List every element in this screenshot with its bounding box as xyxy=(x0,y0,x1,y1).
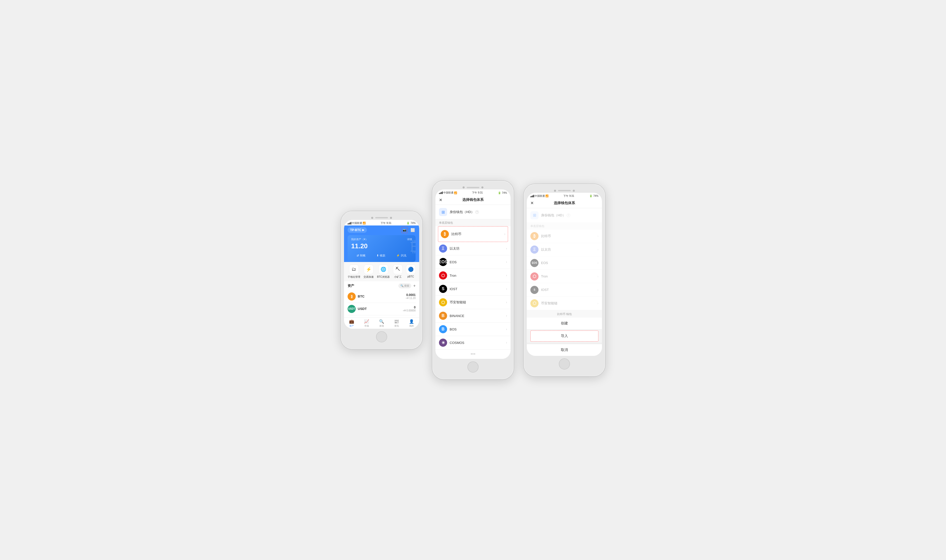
battery-label-2: 74% xyxy=(502,191,507,194)
home-button[interactable] xyxy=(376,331,387,342)
create-button[interactable]: 创建 xyxy=(527,317,602,329)
bsc-item-2[interactable]: ⬡ 币安智能链 › xyxy=(435,296,511,309)
hd-wallet-label: 身份钱包（HD） ? xyxy=(450,210,479,214)
eos-item-3: EOS EOS › xyxy=(527,256,602,270)
binance-chevron: › xyxy=(506,314,507,317)
receive-button[interactable]: ⬇ 收款 xyxy=(377,254,386,257)
single-layer-label-3: 单底层钱包 xyxy=(527,223,602,229)
quick-actions-grid: 🗂 子地址管理 ⚡ 交易加速 🌐 BTC浏览器 ⛏ 小矿工 🔵 pBT xyxy=(344,262,419,281)
search-icon: 🔍 xyxy=(400,284,403,287)
bsc-chevron: › xyxy=(506,300,507,304)
modal-header-2: ✕ 选择钱包体系 xyxy=(435,195,511,205)
tron-name: Tron xyxy=(450,274,456,277)
speaker-2 xyxy=(467,187,479,188)
btc-coin-icon: ₿ xyxy=(347,292,356,300)
search-bar[interactable]: 🔍 搜索 xyxy=(398,283,411,288)
carrier-label-3: 中国联通 xyxy=(535,194,545,198)
bos-chevron: › xyxy=(506,328,507,331)
tab-assets-label: 资产 xyxy=(349,325,354,328)
quick-action-4[interactable]: 🔵 pBTC xyxy=(406,265,416,279)
tab-market[interactable]: 📈 市场 xyxy=(364,319,369,328)
action-sheet-label: 比特币 钱包 xyxy=(527,310,602,317)
bitcoin-item-3: ₿ 比特币 › xyxy=(527,229,602,243)
btc-amount: 0.0001 xyxy=(406,293,416,297)
bsc-item-3: ⬡ 币安智能链 › xyxy=(527,297,602,310)
battery-label: 74% xyxy=(410,222,416,225)
quick-label-0: 子地址管理 xyxy=(347,275,360,279)
cosmos-name: COSMOS xyxy=(450,341,465,345)
status-bar-3: 中国联通 📶 下午 9:31 🔋 74% xyxy=(527,193,602,198)
modal-close-2[interactable]: ✕ xyxy=(439,198,442,202)
bos-item-2[interactable]: B BOS › xyxy=(435,323,511,336)
eos-chevron: › xyxy=(506,260,507,264)
ethereum-item-3: Ξ 以太坊 › xyxy=(527,243,602,256)
bos-name: BOS xyxy=(450,328,457,331)
exchange-button[interactable]: ⚡ 闪兑 xyxy=(396,254,406,257)
exchange-icon: ⚡ xyxy=(396,254,400,257)
scan-button[interactable]: 📷 xyxy=(401,227,407,233)
tron-item-2[interactable]: ⬡ Tron › xyxy=(435,269,511,282)
usdt-coin-icon: USDT xyxy=(347,305,356,313)
tab-discover[interactable]: 🔍 发现 xyxy=(379,319,384,328)
quick-action-2[interactable]: 🌐 BTC浏览器 xyxy=(377,265,390,279)
tab-profile[interactable]: 👤 我的 xyxy=(409,319,414,328)
asset-card: ₿ 我的资产（¥） 详情 11.20 ⇄ 转账 ⬇ 收款 xyxy=(347,235,416,262)
address-mgmt-icon: 🗂 xyxy=(349,265,359,274)
signal-icon xyxy=(347,222,351,225)
frame-button[interactable]: ⬜ xyxy=(409,227,416,233)
binance-item-2[interactable]: B BINANCE › xyxy=(435,309,511,323)
quick-label-1: 交易加速 xyxy=(364,275,374,279)
details-link[interactable]: 详情 xyxy=(407,238,412,241)
asset-row-btc[interactable]: ₿ BTC 0.0001 ≈¥ 11.20 xyxy=(347,291,416,303)
quick-action-1[interactable]: ⚡ 交易加速 xyxy=(364,265,374,279)
home-button-2[interactable] xyxy=(468,362,478,372)
phone-1: 中国联通 📶 下午 9:31 🔋 74% TP-BTC ▶ xyxy=(341,211,422,349)
bitcoin-wallet-highlighted[interactable]: ₿ 比特币 › xyxy=(438,226,508,242)
binance-icon: B xyxy=(439,312,447,320)
iost-item-2[interactable]: S IOST › xyxy=(435,282,511,296)
tab-assets-icon: 💼 xyxy=(349,319,354,324)
asset-row-usdt[interactable]: USDT USDT 0 ≈¥ 0.00000 xyxy=(347,303,416,315)
time-label-3: 下午 9:31 xyxy=(563,194,574,198)
sensor-3 xyxy=(573,190,575,192)
tab-news[interactable]: 📰 资讯 xyxy=(394,319,399,328)
scan-icon: 📷 xyxy=(403,228,406,232)
modal-close-3[interactable]: ✕ xyxy=(530,201,534,205)
iost-icon: S xyxy=(439,285,447,293)
tron-icon: ⬡ xyxy=(439,271,447,280)
cancel-button[interactable]: 取消 xyxy=(527,343,602,356)
pbtc-icon: 🔵 xyxy=(406,265,416,274)
iost-name: IOST xyxy=(450,287,457,291)
cosmos-icon: ✳ xyxy=(439,338,447,347)
tab-assets[interactable]: 💼 资产 xyxy=(349,319,354,328)
import-wrapper: 导入 xyxy=(527,329,602,343)
tab-profile-label: 我的 xyxy=(409,325,414,328)
import-button[interactable]: 导入 xyxy=(530,331,599,342)
phone-3: 中国联通 📶 下午 9:31 🔋 74% ✕ 选择钱包体系 ⊞ xyxy=(524,184,605,376)
tab-news-icon: 📰 xyxy=(394,319,399,324)
tab-profile-icon: 👤 xyxy=(409,319,414,324)
bos-icon: B xyxy=(439,325,447,333)
add-asset-button[interactable]: + xyxy=(414,283,416,288)
wallet-selector[interactable]: TP-BTC ▶ xyxy=(347,227,367,233)
quick-action-0[interactable]: 🗂 子地址管理 xyxy=(347,265,360,279)
hd-wallet-icon: ⊞ xyxy=(439,208,447,216)
bsc-name: 币安智能链 xyxy=(450,300,466,305)
hd-wallet-item[interactable]: ⊞ 身份钱包（HD） ? xyxy=(435,205,511,219)
assets-section: 资产 🔍 搜索 + ₿ BTC xyxy=(344,281,419,317)
wifi-icon: 📶 xyxy=(363,222,366,225)
asset-amount: 11.20 xyxy=(351,242,412,250)
iost-item-3: S IOST › xyxy=(527,283,602,297)
battery-icon-3: 🔋 xyxy=(589,195,592,197)
transfer-label: 转账 xyxy=(360,254,366,257)
transfer-button[interactable]: ⇄ 转账 xyxy=(357,254,366,257)
eos-item-2[interactable]: EOS EOS › xyxy=(435,255,511,269)
receive-icon: ⬇ xyxy=(377,254,379,257)
home-button-3[interactable] xyxy=(559,358,570,369)
quick-action-3[interactable]: ⛏ 小矿工 xyxy=(393,265,403,279)
bitcoin-icon: ₿ xyxy=(441,230,449,238)
more-indicator: ••• xyxy=(435,349,511,359)
signal-icon-2 xyxy=(439,191,443,194)
cosmos-item-2[interactable]: ✳ COSMOS › xyxy=(435,336,511,349)
ethereum-item-2[interactable]: Ξ 以太坊 › xyxy=(435,242,511,255)
